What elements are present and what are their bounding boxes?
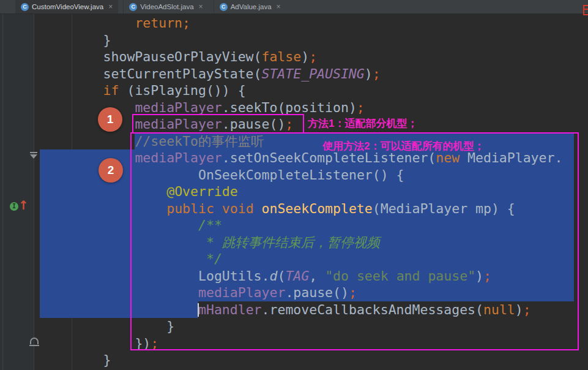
code-line[interactable]: return; <box>135 15 190 32</box>
editor-gutter <box>0 14 34 370</box>
code-line[interactable]: mediaPlayer.seekTo(position); <box>135 99 364 116</box>
editor-tab-bar: C CustomVideoView.java × C VideoAdSlot.j… <box>0 0 588 14</box>
close-icon[interactable]: × <box>108 3 113 10</box>
class-icon: C <box>220 3 228 11</box>
tab-label: VideoAdSlot.java <box>140 3 193 10</box>
annotation-method1: 方法1：适配部分机型； <box>308 116 417 130</box>
code-line[interactable]: } <box>103 32 111 49</box>
class-icon: C <box>129 3 137 11</box>
annotation-method2: 使用方法2：可以适配所有的机型； <box>322 139 484 153</box>
tab-videoadslot[interactable]: C VideoAdSlot.java × <box>123 0 208 13</box>
panel-divider <box>2 14 3 370</box>
code-line[interactable]: showPauseOrPlayView(false); <box>103 48 318 66</box>
step-marker-1: 1 <box>98 107 122 132</box>
fold-region-end-icon[interactable] <box>30 338 39 346</box>
overriding-method-gutter-icon[interactable]: I <box>10 202 18 211</box>
tab-label: AdValue.java <box>231 3 272 10</box>
class-icon: C <box>21 3 29 11</box>
code-line[interactable]: } <box>103 352 111 369</box>
close-icon[interactable]: × <box>199 3 203 10</box>
step-marker-2: 2 <box>99 158 123 183</box>
fold-region-start-icon[interactable] <box>30 152 37 159</box>
code-line[interactable]: setCurrentPlayState(STATE_PAUSING); <box>103 66 381 83</box>
navigate-up-arrow-icon[interactable]: ↑ <box>18 197 29 213</box>
tab-label: CustomVideoView.java <box>32 3 103 10</box>
tab-advalue[interactable]: C AdValue.java × <box>214 0 286 13</box>
clipped-red-annotation-artifact <box>583 5 588 15</box>
highlight-box-method1 <box>132 114 304 134</box>
close-icon[interactable]: × <box>277 3 281 10</box>
tab-customvideoview[interactable]: C CustomVideoView.java × <box>15 0 118 13</box>
code-line[interactable]: if (isPlaying()) { <box>103 82 246 99</box>
highlight-box-method2 <box>130 132 579 350</box>
